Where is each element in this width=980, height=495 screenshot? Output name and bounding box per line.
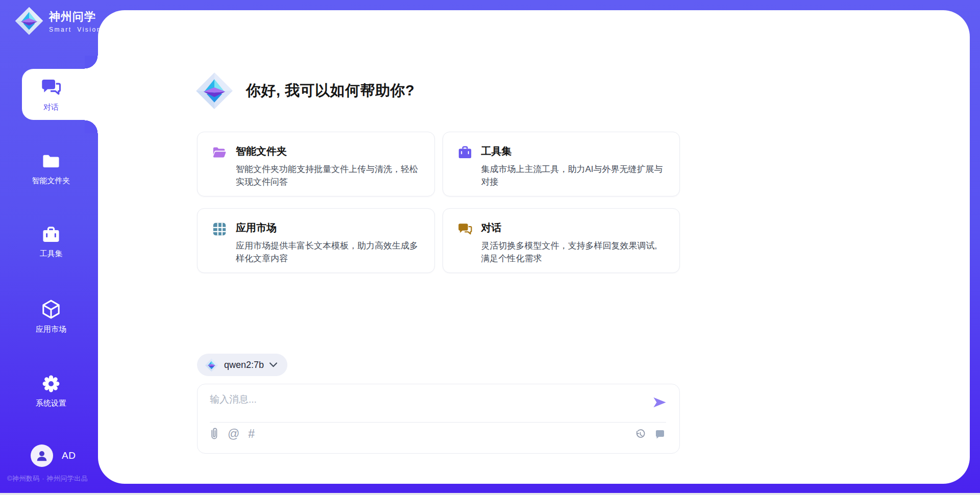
card-description: 集成市场上主流工具，助力AI与外界无缝扩展与对接 [481, 163, 666, 188]
gem-logo-icon [14, 6, 44, 36]
card-description: 智能文件夹功能支持批量文件上传与清洗，轻松实现文件问答 [236, 163, 420, 188]
folder-icon [41, 152, 61, 171]
sidebar-item-app-market[interactable]: 应用市场 [10, 299, 92, 334]
card-description: 灵活切换多模型文件，支持多样回复效果调试,满足个性化需求 [481, 239, 666, 265]
avatar [31, 444, 53, 467]
card-app-market[interactable]: 应用市场 应用市场提供丰富长文本模板，助力高效生成多样化文章内容 [197, 208, 435, 273]
grid-icon [212, 221, 227, 237]
card-title: 应用市场 [236, 221, 420, 235]
send-icon [652, 394, 668, 410]
sidebar-item-label: 工具集 [40, 249, 63, 259]
history-icon [634, 429, 646, 440]
greeting-title: 你好, 我可以如何帮助你? [246, 81, 414, 101]
tab-fillet-bottom [85, 120, 98, 133]
person-icon [35, 449, 48, 462]
send-button[interactable] [651, 393, 668, 411]
sidebar-item-label: 系统设置 [36, 399, 66, 408]
card-body: 工具集 集成市场上主流工具，助力AI与外界无缝扩展与对接 [481, 144, 666, 184]
gear-icon [41, 374, 61, 394]
sidebar-item-label: 智能文件夹 [32, 176, 70, 186]
card-title: 智能文件夹 [236, 144, 420, 158]
at-icon: @ [228, 428, 239, 440]
message-input[interactable] [210, 390, 628, 409]
feedback-button[interactable] [654, 428, 666, 440]
user-profile[interactable]: AD [31, 444, 76, 467]
composer-divider [210, 422, 666, 423]
mention-button[interactable]: @ [228, 428, 239, 440]
composer-tools-right [634, 428, 666, 440]
footer-credit: ©神州数码 · 神州问学出品 [7, 474, 109, 483]
card-toolset[interactable]: 工具集 集成市场上主流工具，助力AI与外界无缝扩展与对接 [443, 132, 680, 196]
sidebar-item-toolset[interactable]: 工具集 [10, 225, 92, 259]
chat-icon [40, 77, 62, 98]
toolbox-icon [457, 145, 473, 160]
feature-cards: 智能文件夹 智能文件夹功能支持批量文件上传与清洗，轻松实现文件问答 工具集 集成… [197, 132, 680, 273]
card-body: 应用市场 应用市场提供丰富长文本模板，助力高效生成多样化文章内容 [236, 221, 420, 260]
chat-icon [457, 221, 473, 237]
chevron-down-icon [270, 362, 277, 367]
card-smart-folder[interactable]: 智能文件夹 智能文件夹功能支持批量文件上传与清洗，轻松实现文件问答 [197, 132, 435, 196]
brand-logo: 神州问学 Smart Vision [14, 6, 102, 36]
chat-bubble-icon [654, 428, 666, 440]
user-initials: AD [62, 450, 76, 461]
history-button[interactable] [634, 429, 646, 440]
toolbox-icon [41, 225, 61, 244]
card-title: 对话 [481, 221, 666, 235]
sidebar-item-label: 对话 [43, 103, 59, 112]
paperclip-icon [210, 427, 219, 440]
sidebar-item-chat[interactable]: 对话 [10, 77, 92, 112]
card-chat[interactable]: 对话 灵活切换多模型文件，支持多样回复效果调试,满足个性化需求 [443, 208, 680, 273]
card-title: 工具集 [481, 144, 666, 158]
model-selector[interactable]: qwen2:7b [197, 354, 287, 376]
hash-icon: # [248, 428, 255, 440]
sidebar-item-label: 应用市场 [36, 325, 66, 334]
message-composer: @ # [197, 384, 680, 454]
gem-logo-icon [205, 358, 218, 372]
brand-text: 神州问学 Smart Vision [49, 9, 102, 33]
tab-fillet-top [85, 56, 98, 69]
window-bottom-edge [0, 493, 980, 495]
model-name: qwen2:7b [224, 360, 264, 370]
cube-icon [40, 299, 62, 320]
topic-button[interactable]: # [248, 428, 255, 440]
brand-name: 神州问学 [49, 9, 102, 24]
brand-subtitle: Smart Vision [49, 26, 102, 33]
sidebar-item-settings[interactable]: 系统设置 [10, 374, 92, 408]
card-description: 应用市场提供丰富长文本模板，助力高效生成多样化文章内容 [236, 239, 420, 265]
card-body: 对话 灵活切换多模型文件，支持多样回复效果调试,满足个性化需求 [481, 221, 666, 260]
composer-tools-left: @ # [210, 427, 255, 440]
sidebar-item-smart-folder[interactable]: 智能文件夹 [10, 152, 92, 186]
card-body: 智能文件夹 智能文件夹功能支持批量文件上传与清洗，轻松实现文件问答 [236, 144, 420, 184]
app-frame: 神州问学 Smart Vision 对话 智能文件夹 工具集 应用市场 [0, 0, 980, 495]
page-greeting: 你好, 我可以如何帮助你? [195, 71, 414, 110]
folder-open-icon [212, 145, 227, 160]
gem-logo-icon [195, 71, 234, 110]
attach-button[interactable] [210, 427, 219, 440]
